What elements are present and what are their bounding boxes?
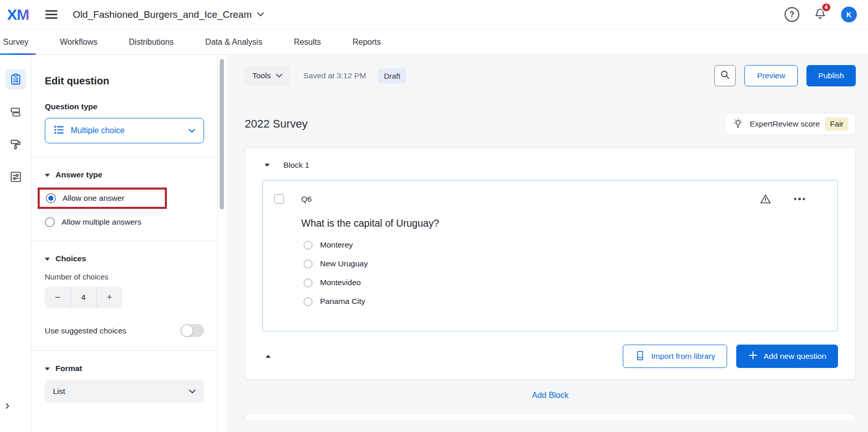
import-from-library-button[interactable]: Import from library [623,345,727,368]
collapse-caret-icon [45,258,50,261]
left-icon-rail: › [0,55,32,432]
question-type-dropdown[interactable]: Multiple choice [45,118,204,143]
warning-icon[interactable] [759,193,772,205]
choice-radio[interactable] [304,260,312,268]
tab-workflows[interactable]: Workflows [60,29,98,54]
survey-canvas: Tools Saved at 3:12 PM Draft Preview Pub… [226,55,868,432]
book-icon [634,350,646,363]
answer-type-section-header[interactable]: Answer type [45,170,204,179]
expert-review-score-badge: Fair [825,117,848,131]
use-suggested-choices-label: Use suggested choices [45,326,126,335]
notifications-button[interactable]: 4 [814,7,827,22]
allow-one-answer-option[interactable]: Allow one answer [46,193,159,203]
survey-title-dropdown[interactable]: Old_Fashioned_Burgers_and_Ice_Cream [73,9,264,20]
block-card: Block 1 Q6 [245,147,856,380]
survey-builder-icon[interactable] [6,69,26,89]
expand-panel-chevron[interactable]: › [5,398,10,412]
use-suggested-choices-row: Use suggested choices [45,324,204,337]
add-new-question-button[interactable]: Add new question [736,345,838,368]
tab-reports[interactable]: Reports [353,29,381,54]
choices-section-header[interactable]: Choices [45,254,204,263]
tools-dropdown[interactable]: Tools [245,66,290,86]
decrease-choices-button[interactable]: − [45,287,70,308]
radio-unselected[interactable] [45,217,55,227]
panel-scrollbar-thumb[interactable] [220,59,224,209]
help-icon[interactable]: ? [785,7,799,22]
chevron-down-icon [276,74,282,78]
canvas-toolbar: Tools Saved at 3:12 PM Draft Preview Pub… [245,65,856,86]
choice-option[interactable]: Panama City [304,297,824,306]
increase-choices-button[interactable]: + [97,287,122,308]
look-and-feel-icon[interactable] [6,134,26,155]
hamburger-menu-icon[interactable] [45,10,57,19]
search-icon [719,69,731,82]
survey-name: 2022 Survey [245,117,308,131]
survey-title-row: 2022 Survey ExpertReview score Fair [245,113,856,135]
search-button[interactable] [714,65,736,86]
question-header-row: Q6 [274,193,824,205]
question-actions [759,193,825,205]
notification-count-badge: 4 [821,3,831,12]
question-checkbox[interactable] [274,194,284,204]
block-footer-buttons: Import from library Add new question [623,345,838,368]
allow-multiple-answers-option[interactable]: Allow multiple answers [45,217,204,227]
blocks-icon[interactable] [6,102,26,122]
choice-radio[interactable] [304,279,312,287]
edit-question-panel: Edit question Question type Multiple cho… [32,55,218,432]
block-header: Block 1 [245,148,855,180]
lightbulb-icon [732,117,744,131]
multiple-choice-list-icon [53,125,64,137]
radio-selected[interactable] [46,193,56,203]
saved-status: Saved at 3:12 PM [303,71,366,80]
format-select[interactable]: List [45,380,204,403]
format-label: Format [55,364,82,373]
question-type-value: Multiple choice [71,126,125,135]
chevron-down-icon [189,389,196,394]
chevron-down-icon [188,129,195,133]
more-options-icon[interactable] [794,198,805,200]
collapse-block-caret[interactable] [265,164,270,167]
question-card[interactable]: Q6 What is the capital of Uruguay? [263,180,838,331]
divider [32,157,217,157]
choice-radio[interactable] [304,297,312,306]
format-section-header[interactable]: Format [45,364,204,373]
question-id: Q6 [301,195,312,204]
survey-options-icon[interactable] [6,167,26,187]
add-block-link[interactable]: Add Block [532,391,568,399]
expert-review-card[interactable]: ExpertReview score Fair [725,113,856,135]
divider [32,240,217,241]
choice-option[interactable]: Montevideo [304,278,824,287]
header-actions: ? 4 K [785,7,857,22]
answer-type-label: Answer type [55,170,102,179]
main-nav-tabs: Survey Workflows Distributions Data & An… [0,29,868,55]
add-block-row: Add Block [245,391,856,400]
collapse-caret-icon [45,367,50,371]
choice-option[interactable]: New Uruguay [304,259,824,268]
question-choices: Monterey New Uruguay Montevideo Panama C… [304,240,824,306]
publish-button[interactable]: Publish [806,65,856,86]
app-body: › Edit question Question type Multiple c… [0,55,868,432]
toolbar-actions: Preview Publish [714,65,856,86]
tab-distributions[interactable]: Distributions [129,29,173,54]
preview-button[interactable]: Preview [744,65,798,86]
expert-review-label: ExpertReview score [749,119,820,129]
panel-title: Edit question [45,75,204,87]
question-text[interactable]: What is the capital of Uruguay? [301,218,824,229]
use-suggested-choices-toggle[interactable] [181,324,204,337]
plus-icon [748,350,758,362]
panel-scrollbar-gutter [218,55,226,432]
choice-option[interactable]: Monterey [304,240,824,250]
tab-results[interactable]: Results [294,29,321,54]
collapse-up-caret[interactable] [266,355,271,358]
tab-survey[interactable]: Survey [3,29,28,54]
number-of-choices-label: Number of choices [45,272,204,281]
draft-badge: Draft [378,69,406,83]
question-type-label: Question type [45,102,204,111]
block-title: Block 1 [283,161,309,170]
avatar[interactable]: K [841,7,857,22]
tab-data-analysis[interactable]: Data & Analysis [205,29,262,54]
choice-radio[interactable] [304,241,312,250]
next-block-card-partial [245,413,856,420]
chevron-down-icon [257,12,264,17]
xm-logo: XM [7,6,29,23]
